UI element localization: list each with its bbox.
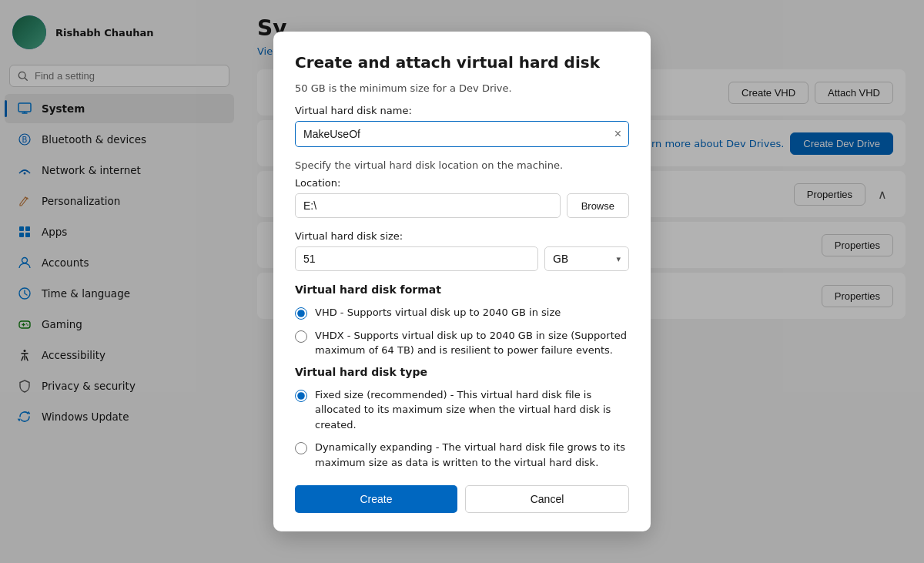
format-section-title: Virtual hard disk format	[295, 283, 629, 296]
clear-input-button[interactable]: ×	[613, 128, 623, 140]
unit-select[interactable]: GB ▾	[544, 246, 629, 271]
dropdown-chevron-icon: ▾	[616, 254, 621, 264]
type-fixed-label: Fixed size (recommended) - This virtual …	[315, 387, 629, 433]
format-vhd-radio[interactable]	[295, 307, 307, 320]
size-row: GB ▾	[295, 246, 629, 271]
format-vhdx-radio[interactable]	[295, 330, 307, 343]
format-vhdx-option[interactable]: VHDX - Supports virtual disk up to 2040 …	[295, 328, 629, 358]
size-input[interactable]	[295, 246, 538, 271]
format-vhd-option[interactable]: VHD - Supports virtual disk up to 2040 G…	[295, 305, 629, 320]
type-fixed-option[interactable]: Fixed size (recommended) - This virtual …	[295, 387, 629, 433]
vhd-name-input[interactable]	[295, 121, 629, 147]
type-dynamic-radio[interactable]	[295, 442, 307, 454]
format-vhd-label: VHD - Supports virtual disk up to 2040 G…	[315, 305, 561, 320]
vhd-name-field-wrap: ×	[295, 121, 629, 147]
type-section-title: Virtual hard disk type	[295, 366, 629, 378]
location-row: Browse	[295, 193, 629, 218]
vhd-name-label: Virtual hard disk name:	[295, 105, 629, 116]
type-fixed-radio[interactable]	[295, 390, 307, 402]
location-desc: Specify the virtual hard disk location o…	[295, 159, 629, 171]
dialog-footer: Create Cancel	[295, 485, 629, 513]
browse-button[interactable]: Browse	[567, 193, 629, 218]
size-label: Virtual hard disk size:	[295, 230, 629, 242]
dialog-title: Create and attach virtual hard disk	[295, 53, 629, 72]
location-input[interactable]	[295, 193, 561, 218]
dialog-subtitle: 50 GB is the minimum size for a Dev Driv…	[295, 82, 629, 94]
location-label: Location:	[295, 177, 629, 189]
type-dynamic-option[interactable]: Dynamically expanding - The virtual hard…	[295, 440, 629, 470]
format-vhdx-label: VHDX - Supports virtual disk up to 2040 …	[315, 328, 629, 358]
dialog-overlay: Create and attach virtual hard disk 50 G…	[0, 0, 924, 563]
cancel-button[interactable]: Cancel	[465, 485, 629, 513]
create-vhd-dialog: Create and attach virtual hard disk 50 G…	[273, 32, 651, 531]
create-button[interactable]: Create	[295, 485, 457, 513]
type-dynamic-label: Dynamically expanding - The virtual hard…	[315, 440, 629, 470]
